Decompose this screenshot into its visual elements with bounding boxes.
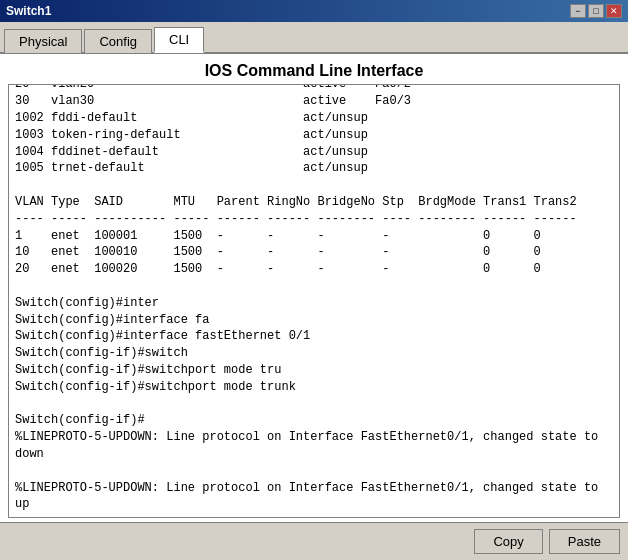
- cli-container: Fa0/20, Fa0/21, Fa0/22, Fa0/23 Fa0/24 10…: [8, 84, 620, 518]
- minimize-button[interactable]: −: [570, 4, 586, 18]
- window-controls: − □ ✕: [570, 4, 622, 18]
- window-title: Switch1: [6, 4, 51, 18]
- tab-cli[interactable]: CLI: [154, 27, 204, 53]
- title-bar: Switch1 − □ ✕: [0, 0, 628, 22]
- close-button[interactable]: ✕: [606, 4, 622, 18]
- maximize-button[interactable]: □: [588, 4, 604, 18]
- cli-text: Fa0/20, Fa0/21, Fa0/22, Fa0/23 Fa0/24 10…: [15, 85, 613, 513]
- cli-output[interactable]: Fa0/20, Fa0/21, Fa0/22, Fa0/23 Fa0/24 10…: [9, 85, 619, 517]
- button-bar: Copy Paste: [0, 522, 628, 560]
- tab-bar: Physical Config CLI: [0, 22, 628, 54]
- tab-physical[interactable]: Physical: [4, 29, 82, 53]
- main-area: IOS Command Line Interface Fa0/20, Fa0/2…: [0, 54, 628, 560]
- copy-button[interactable]: Copy: [474, 529, 542, 554]
- paste-button[interactable]: Paste: [549, 529, 620, 554]
- section-title: IOS Command Line Interface: [0, 54, 628, 84]
- tab-config[interactable]: Config: [84, 29, 152, 53]
